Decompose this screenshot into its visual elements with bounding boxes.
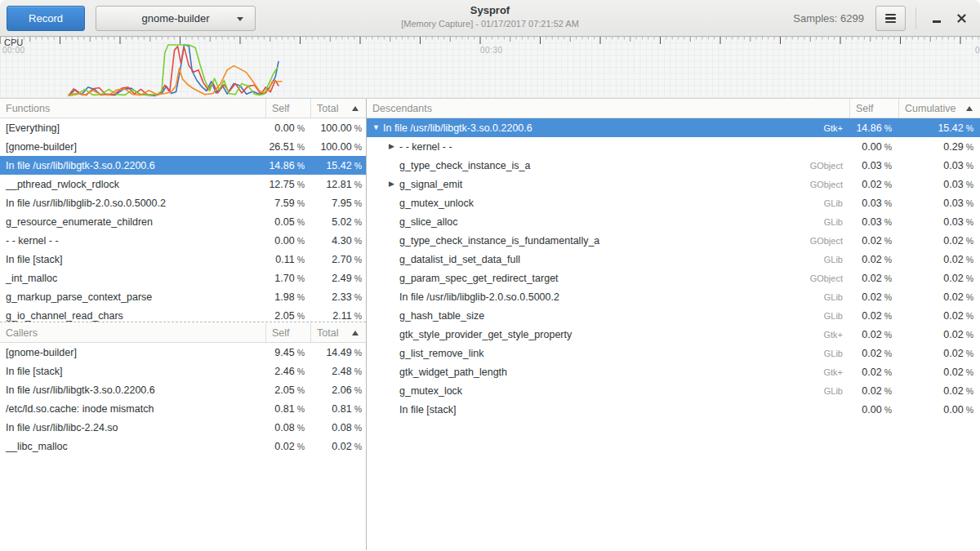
table-row[interactable]: In file /usr/lib/libglib-2.0.so.0.5000.2… — [0, 193, 366, 212]
sysprof-window: Record gnome-builder Sysprof [Memory Cap… — [0, 0, 980, 551]
table-row[interactable]: - - kernel - -0.00%4.30% — [0, 231, 366, 250]
table-row[interactable]: In file /usr/lib/libgtk-3.so.0.2200.614.… — [0, 156, 366, 175]
process-selector[interactable]: gnome-builder — [96, 6, 256, 31]
table-row[interactable]: gtk_style_provider_get_style_propertyGtk… — [367, 325, 980, 344]
table-row[interactable]: g_type_check_instance_is_fundamentally_a… — [367, 231, 980, 250]
cumulative-column-header[interactable]: Cumulative — [898, 99, 980, 118]
function-name-cell: In file /usr/lib/libgtk-3.so.0.2200.6 — [0, 384, 265, 396]
total-column-header[interactable]: Total — [310, 323, 366, 342]
expander-closed-icon[interactable]: ▶ — [389, 143, 399, 150]
table-row[interactable]: _int_malloc1.70%2.49% — [0, 269, 366, 287]
function-name-cell: /etc/ld.so.cache: inode mismatch — [0, 403, 265, 415]
table-row[interactable]: g_resource_enumerate_children0.05%5.02% — [0, 212, 366, 231]
self-column-header[interactable]: Self — [265, 323, 310, 342]
headerbar: Record gnome-builder Sysprof [Memory Cap… — [0, 0, 980, 37]
functions-column-header[interactable]: Functions — [0, 99, 265, 118]
table-row[interactable]: g_param_spec_get_redirect_targetGObject0… — [367, 269, 980, 287]
self-value-cell: 0.02% — [849, 273, 898, 284]
cumulative-value-cell: 0.03% — [898, 216, 980, 228]
table-row[interactable]: gtk_widget_path_lengthGtk+0.02%0.02% — [367, 362, 980, 381]
cumulative-value-cell: 0.02% — [898, 273, 980, 284]
function-name-cell: __pthread_rwlock_rdlock — [0, 179, 265, 190]
function-name-cell: In file /usr/lib/libglib-2.0.so.0.5000.2 — [0, 198, 265, 209]
table-row[interactable]: In file [stack]0.11%2.70% — [0, 250, 366, 269]
total-column-header[interactable]: Total — [310, 99, 366, 118]
table-row[interactable]: g_mutex_lockGLib0.02%0.02% — [367, 381, 980, 400]
library-badge: GLib — [817, 386, 849, 396]
total-value-cell: 15.42% — [310, 160, 366, 171]
time-tick-label: 00:00 — [2, 46, 25, 55]
table-row[interactable]: g_type_check_instance_is_aGObject0.03%0.… — [367, 156, 980, 175]
table-row[interactable]: g_mutex_unlockGLib0.03%0.03% — [367, 193, 980, 212]
table-row[interactable]: g_slice_allocGLib0.03%0.03% — [367, 212, 980, 231]
total-value-cell: 0.02% — [310, 441, 366, 452]
function-name-cell: g_io_channel_read_chars — [0, 310, 265, 322]
cumulative-value-cell: 0.00% — [898, 404, 980, 415]
total-value-cell: 4.30% — [310, 235, 366, 247]
table-row[interactable]: ▶g_signal_emitGObject0.02%0.03% — [367, 175, 980, 193]
table-row[interactable]: g_hash_table_sizeGLib0.02%0.02% — [367, 306, 980, 325]
table-row[interactable]: [gnome-builder]26.51%100.00% — [0, 137, 366, 156]
table-row[interactable]: __libc_malloc0.02%0.02% — [0, 437, 366, 455]
total-value-cell: 2.33% — [310, 291, 366, 303]
descendants-column-header[interactable]: Descendants — [367, 99, 849, 118]
table-row[interactable]: In file /usr/lib/libc-2.24.so0.08%0.08% — [0, 418, 366, 437]
menu-button[interactable] — [875, 6, 906, 31]
self-value-cell: 0.02% — [265, 441, 310, 452]
self-value-cell: 0.00% — [265, 122, 310, 134]
table-row[interactable]: In file [stack]0.00%0.00% — [367, 400, 980, 419]
descendant-name-cell: g_slice_allocGLib — [367, 216, 849, 228]
library-badge: GLib — [817, 292, 849, 302]
self-column-header[interactable]: Self — [265, 99, 310, 118]
self-value-cell: 9.45% — [265, 347, 310, 358]
library-badge: GLib — [817, 311, 849, 321]
table-row[interactable]: [gnome-builder]9.45%14.49% — [0, 343, 366, 362]
table-row[interactable]: __pthread_rwlock_rdlock12.75%12.81% — [0, 175, 366, 193]
table-row[interactable]: In file /usr/lib/libglib-2.0.so.0.5000.2… — [367, 287, 980, 306]
function-name-cell: [gnome-builder] — [0, 347, 265, 358]
self-value-cell: 14.86% — [265, 160, 310, 171]
self-value-cell: 0.02% — [849, 385, 898, 397]
table-row[interactable]: ▶- - kernel - -0.00%0.29% — [367, 137, 980, 156]
close-button[interactable] — [949, 7, 973, 31]
self-value-cell: 0.02% — [849, 310, 898, 322]
table-row[interactable]: /etc/ld.so.cache: inode mismatch0.81%0.8… — [0, 399, 366, 418]
expander-open-icon[interactable]: ▼ — [372, 124, 383, 131]
function-name-cell: _int_malloc — [0, 273, 265, 284]
table-row[interactable]: In file /usr/lib/libgtk-3.so.0.2200.62.0… — [0, 380, 366, 399]
self-column-header[interactable]: Self — [849, 99, 898, 118]
table-row[interactable]: g_datalist_id_set_data_fullGLib0.02%0.02… — [367, 250, 980, 269]
self-value-cell: 0.02% — [849, 235, 898, 247]
functions-table: [Everything]0.00%100.00%[gnome-builder]2… — [0, 118, 366, 322]
descendant-name-cell: g_list_remove_linkGLib — [367, 348, 849, 359]
self-value-cell: 0.02% — [849, 348, 898, 359]
minimize-button[interactable] — [924, 7, 949, 31]
descendant-name-cell: g_type_check_instance_is_fundamentally_a… — [367, 235, 849, 247]
self-value-cell: 14.86% — [849, 122, 898, 134]
time-tick-label: 00:30 — [480, 46, 503, 55]
callers-column-header[interactable]: Callers — [0, 323, 265, 342]
table-row[interactable]: ▼In file /usr/lib/libgtk-3.so.0.2200.6Gt… — [367, 118, 980, 137]
table-row[interactable]: g_markup_parse_context_parse1.98%2.33% — [0, 287, 366, 306]
record-button[interactable]: Record — [7, 6, 85, 31]
descendants-table-header: Descendants Self Cumulative — [367, 99, 980, 118]
cpu-graph[interactable]: CPU 00:0000:3001:00 — [0, 37, 980, 99]
descendant-name-label: gtk_style_provider_get_style_property — [399, 329, 572, 340]
expander-closed-icon[interactable]: ▶ — [389, 180, 399, 188]
self-value-cell: 0.02% — [849, 329, 898, 340]
table-row[interactable]: [Everything]0.00%100.00% — [0, 118, 366, 137]
self-value-cell: 0.00% — [849, 404, 898, 415]
cumulative-value-cell: 0.02% — [898, 385, 980, 397]
descendant-name-label: g_list_remove_link — [399, 348, 484, 359]
function-name-cell: - - kernel - - — [0, 235, 265, 247]
total-column-label: Total — [317, 327, 338, 339]
function-name-cell: In file /usr/lib/libc-2.24.so — [0, 422, 265, 433]
descendant-name-label: In file /usr/lib/libglib-2.0.so.0.5000.2 — [399, 291, 559, 303]
table-row[interactable]: g_io_channel_read_chars2.05%2.11% — [0, 306, 366, 322]
function-name-cell: [Everything] — [0, 122, 265, 134]
library-badge: GLib — [817, 217, 849, 227]
descendant-name-cell: g_type_check_instance_is_aGObject — [367, 160, 849, 171]
table-row[interactable]: g_list_remove_linkGLib0.02%0.02% — [367, 344, 980, 362]
table-row[interactable]: In file [stack]2.46%2.48% — [0, 362, 366, 380]
descendant-name-label: gtk_widget_path_length — [399, 367, 507, 378]
